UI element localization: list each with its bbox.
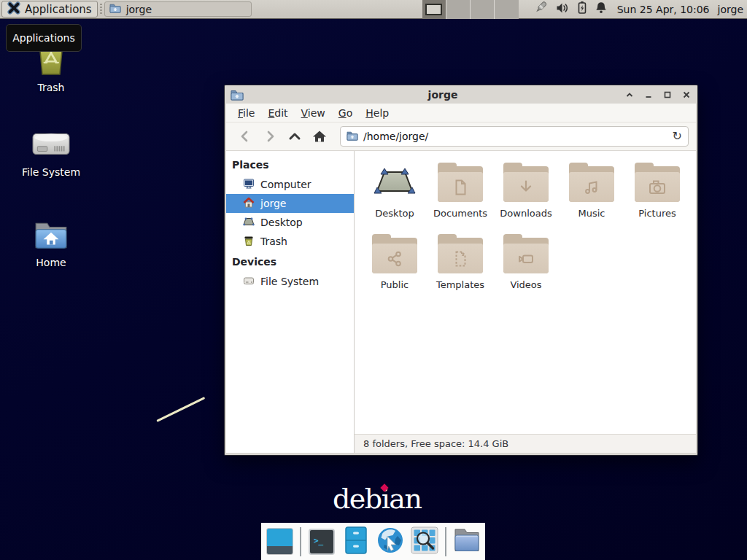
desktop-folder-icon (374, 157, 416, 208)
notifications-bell-icon[interactable] (595, 1, 608, 18)
app-finder-icon (411, 526, 438, 557)
desktop-screen: Applications jorge (0, 0, 747, 560)
drive-small-icon (243, 275, 255, 289)
application-finder-launcher[interactable] (411, 528, 438, 556)
path-text[interactable]: /home/jorge/ (363, 131, 667, 142)
terminal-prompt-glyph: >_ (314, 536, 323, 545)
folder-label: Public (381, 279, 409, 290)
folder-dock-icon (452, 527, 481, 556)
sidebar-item-label: jorge (260, 198, 286, 209)
folder-item-downloads[interactable]: Downloads (493, 157, 559, 228)
folder-label: Music (578, 208, 605, 219)
menu-bar: File Edit View Go Help (226, 104, 696, 122)
path-bar[interactable]: /home/jorge/ ↻ (340, 126, 689, 147)
menu-edit[interactable]: Edit (262, 105, 293, 121)
minimize-icon[interactable] (643, 90, 654, 100)
forward-icon[interactable] (258, 125, 282, 147)
folder-item-public[interactable]: Public (362, 228, 427, 300)
reload-icon[interactable]: ↻ (673, 131, 682, 142)
show-desktop-button[interactable] (266, 528, 293, 556)
sidebar-item-trash[interactable]: Trash (226, 232, 354, 251)
up-icon[interactable] (283, 125, 306, 147)
battery-charging-icon[interactable] (576, 1, 588, 18)
home-folder-icon (11, 209, 91, 252)
taskbar-window-button[interactable]: jorge (104, 1, 252, 17)
workspace-2[interactable] (446, 0, 471, 19)
stylus-icon[interactable] (533, 1, 549, 18)
trash-small-icon (243, 235, 255, 249)
back-icon[interactable] (233, 125, 257, 147)
mouse-cursor-artifact (156, 397, 205, 422)
show-desktop-icon (266, 528, 293, 555)
menu-help[interactable]: Help (360, 105, 395, 121)
shade-icon[interactable] (624, 90, 635, 100)
terminal-icon: >_ (309, 529, 335, 555)
toolbar: /home/jorge/ ↻ (226, 122, 696, 151)
sidebar-item-label: Trash (260, 236, 287, 247)
sidebar-item-jorge[interactable]: jorge (226, 194, 354, 213)
desktop-small-icon (243, 216, 255, 230)
menu-view[interactable]: View (295, 105, 331, 121)
window-title: jorge (270, 89, 616, 101)
folder-icon (438, 234, 483, 273)
folder-item-pictures[interactable]: Pictures (624, 157, 690, 228)
folder-item-videos[interactable]: Videos (493, 228, 559, 300)
file-view: Desktop Documents (355, 151, 696, 453)
panel-clock[interactable]: Sun 25 Apr, 10:06 (617, 4, 710, 15)
panel-username[interactable]: jorge (718, 4, 743, 15)
window-body: Places Computer (226, 151, 696, 453)
workspace-3[interactable] (471, 0, 495, 19)
folder-label: Templates (436, 279, 484, 290)
terminal-launcher[interactable]: >_ (308, 528, 336, 556)
home-icon[interactable] (308, 125, 331, 147)
dock-separator (445, 527, 446, 556)
dock-separator (300, 527, 301, 556)
window-titlebar[interactable]: jorge (226, 85, 696, 104)
menu-file[interactable]: File (232, 105, 260, 121)
file-manager-launcher[interactable] (342, 528, 370, 556)
folder-icon (569, 163, 614, 202)
window-controls (624, 90, 692, 100)
folder-item-templates[interactable]: Templates (427, 228, 493, 300)
panel-handle (100, 4, 102, 15)
sidebar-item-computer[interactable]: Computer (226, 175, 354, 194)
folder-icon (347, 130, 358, 144)
web-browser-launcher[interactable] (376, 528, 404, 556)
folder-icon (109, 3, 121, 15)
applications-tooltip: Applications (6, 24, 82, 52)
directory-menu-launcher[interactable] (453, 528, 481, 556)
applications-menu-label: Applications (25, 3, 92, 16)
folder-label: Downloads (500, 208, 551, 219)
debian-wordmark-text: debian (333, 483, 421, 515)
maximize-icon[interactable] (662, 90, 673, 100)
folder-item-music[interactable]: Music (559, 157, 624, 228)
folder-item-desktop[interactable]: Desktop (362, 157, 427, 228)
sidebar-item-file-system[interactable]: File System (226, 272, 354, 291)
menu-go[interactable]: Go (333, 105, 358, 121)
folder-item-documents[interactable]: Documents (427, 157, 493, 228)
folder-label: Documents (433, 208, 487, 219)
workspace-window-thumb (425, 4, 442, 15)
close-icon[interactable] (681, 90, 692, 100)
sidebar-item-desktop[interactable]: Desktop (226, 213, 354, 232)
dock-panel: >_ (261, 523, 485, 560)
workspace-4[interactable] (495, 0, 519, 19)
desktop-icon-home[interactable]: Home (11, 209, 91, 268)
hard-drive-icon (11, 119, 91, 161)
desktop-icon-label: Trash (11, 82, 91, 93)
top-panel: Applications jorge (0, 0, 747, 19)
sidebar-item-label: Desktop (260, 217, 303, 228)
system-tray (533, 1, 608, 18)
workspace-1[interactable] (422, 0, 446, 19)
desktop-icon-file-system[interactable]: File System (11, 119, 91, 178)
folder-icon (372, 234, 417, 273)
status-bar: 8 folders, Free space: 14.4 GiB (355, 434, 696, 453)
globe-browser-icon (376, 526, 405, 558)
folder-icon (503, 163, 549, 202)
panel-right-area: Sun 25 Apr, 10:06 jorge (422, 0, 747, 18)
volume-icon[interactable] (555, 1, 570, 18)
applications-menu-button[interactable]: Applications (1, 1, 98, 18)
sidebar-header-devices: Devices (226, 251, 354, 272)
folder-icon (438, 163, 483, 202)
status-text: 8 folders, Free space: 14.4 GiB (363, 438, 508, 449)
